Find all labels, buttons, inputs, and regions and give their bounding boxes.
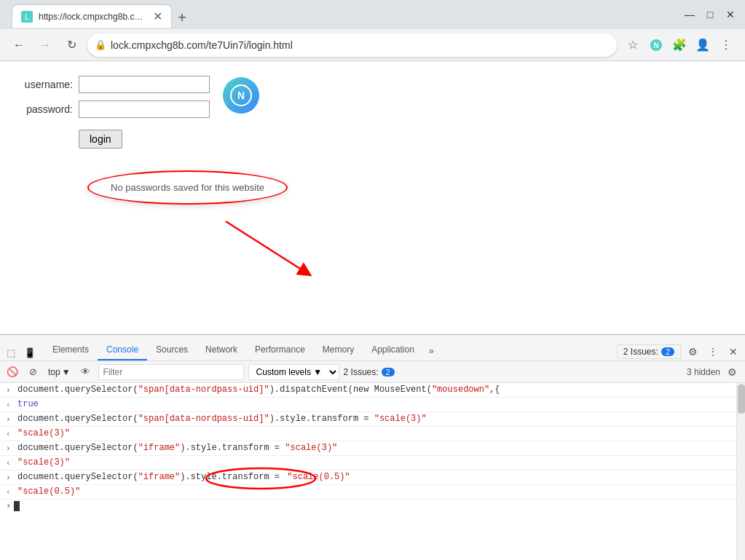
- console-text: "scale(3)": [17, 457, 739, 468]
- username-input[interactable]: [79, 76, 210, 93]
- issues-badge[interactable]: 2 Issues: 2: [617, 344, 681, 359]
- password-input[interactable]: [79, 100, 210, 118]
- tab-favicon: L: [21, 11, 33, 23]
- console-line: › document.querySelector("iframe").style…: [0, 470, 745, 485]
- tab-title: https://lock.cmpxchg8b.com/te...: [39, 12, 147, 22]
- input-arrow: ›: [6, 444, 13, 453]
- devtools-right-controls: 2 Issues: 2 ⚙ ⋮ ✕: [617, 343, 742, 360]
- lock-icon: 🔒: [95, 39, 106, 50]
- forward-button[interactable]: →: [35, 35, 55, 55]
- devtools-panel: ⬚ 📱 Elements Console Sources Network Per…: [0, 334, 745, 560]
- devtools-body: › document.querySelector("span[data-nord…: [0, 383, 745, 560]
- console-input-line[interactable]: ›: [0, 500, 745, 513]
- tab-bar: L https://lock.cmpxchg8b.com/te... ✕ +: [6, 1, 198, 28]
- console-text: document.querySelector("iframe").style.t…: [17, 443, 739, 453]
- issues-info: 2 Issues: 2: [344, 367, 395, 377]
- console-line: ‹ "scale(3)": [0, 427, 745, 441]
- back-button[interactable]: ←: [9, 35, 29, 55]
- devtools-settings-button[interactable]: ⚙: [684, 343, 701, 360]
- tab-more[interactable]: »: [423, 342, 440, 360]
- console-cursor: [14, 501, 20, 511]
- hidden-count-label: 3 hidden: [687, 367, 720, 377]
- console-prompt: ›: [6, 501, 11, 511]
- console-text: "scale(0.5)": [17, 486, 739, 497]
- hidden-count: 3 hidden ⚙: [687, 363, 741, 381]
- reload-button[interactable]: ↻: [61, 35, 82, 55]
- username-row: username: N: [22, 76, 723, 93]
- password-popup: No passwords saved for this website: [87, 170, 288, 205]
- console-text: true: [17, 399, 739, 409]
- devtools-inspect-button[interactable]: ⬚: [3, 344, 19, 360]
- title-bar: L https://lock.cmpxchg8b.com/te... ✕ + —…: [0, 0, 745, 29]
- input-arrow: ›: [6, 386, 13, 395]
- tab-console[interactable]: Console: [98, 340, 147, 360]
- svg-text:L: L: [25, 13, 29, 21]
- console-line: ‹ "scale(0.5)": [0, 485, 745, 500]
- extensions-button[interactable]: 🧩: [669, 35, 690, 55]
- page-content: username: N password: login No passwords…: [0, 61, 745, 560]
- console-text: document.querySelector("span[data-nordpa…: [17, 414, 739, 424]
- tab-application[interactable]: Application: [363, 340, 423, 360]
- devtools-more-button[interactable]: ⋮: [704, 343, 722, 360]
- console-line: › document.querySelector("span[data-nord…: [0, 383, 745, 398]
- tab-sources[interactable]: Sources: [147, 340, 197, 360]
- context-arrow: ▼: [62, 367, 71, 377]
- tab-performance[interactable]: Performance: [246, 340, 314, 360]
- context-selector[interactable]: top ▼: [45, 366, 74, 379]
- console-line: ‹ "scale(3)": [0, 456, 745, 470]
- maximize-button[interactable]: □: [701, 6, 719, 23]
- eye-button[interactable]: 👁: [78, 364, 94, 380]
- console-line: › document.querySelector("span[data-nord…: [0, 412, 745, 427]
- output-arrow: ‹: [6, 401, 13, 409]
- context-label: top: [48, 367, 60, 377]
- output-arrow: ‹: [6, 430, 13, 438]
- active-tab[interactable]: L https://lock.cmpxchg8b.com/te... ✕: [12, 4, 172, 28]
- filter-toggle-button[interactable]: ⊘: [25, 364, 41, 380]
- webpage: username: N password: login No passwords…: [0, 61, 745, 334]
- console-toolbar: 🚫 ⊘ top ▼ 👁 Custom levels ▼ 2 Issues: 2 …: [0, 361, 745, 383]
- clear-console-button[interactable]: 🚫: [4, 364, 20, 380]
- console-text: document.querySelector("span[data-nordpa…: [17, 384, 739, 395]
- username-label: username:: [22, 79, 73, 90]
- output-arrow: ‹: [6, 459, 13, 468]
- devtools-tabs: ⬚ 📱 Elements Console Sources Network Per…: [0, 335, 745, 361]
- input-arrow: ›: [6, 415, 13, 424]
- issues-count-badge: 2: [382, 368, 395, 376]
- tab-elements[interactable]: Elements: [44, 340, 98, 360]
- close-button[interactable]: ✕: [722, 6, 739, 23]
- scrollbar-thumb[interactable]: [738, 384, 745, 414]
- tab-memory[interactable]: Memory: [314, 340, 363, 360]
- issues-count-label: 2 Issues:: [344, 367, 379, 377]
- hidden-settings-button[interactable]: ⚙: [723, 363, 741, 381]
- output-arrow: ‹: [6, 488, 13, 497]
- window-controls: — □ ✕: [681, 6, 739, 23]
- bookmark-button[interactable]: ☆: [623, 35, 643, 55]
- address-input[interactable]: [87, 33, 617, 57]
- profile-button[interactable]: 👤: [693, 35, 713, 55]
- menu-button[interactable]: ⋮: [716, 35, 736, 55]
- console-output[interactable]: › document.querySelector("span[data-nord…: [0, 383, 745, 560]
- issues-label: 2 Issues:: [623, 347, 658, 357]
- custom-levels-select[interactable]: Custom levels ▼: [248, 364, 339, 380]
- filter-input[interactable]: [98, 364, 244, 380]
- svg-text:N: N: [237, 90, 245, 101]
- scrollbar[interactable]: [736, 383, 745, 560]
- tab-close-button[interactable]: ✕: [153, 9, 162, 23]
- devtools-device-button[interactable]: 📱: [22, 344, 38, 360]
- popup-text: No passwords saved for this website: [111, 182, 264, 193]
- address-bar: ← → ↻ 🔒 ☆ N 🧩 👤 ⋮: [0, 29, 745, 61]
- nordpass-icon: N: [223, 77, 259, 114]
- minimize-button[interactable]: —: [681, 6, 698, 23]
- login-button[interactable]: login: [79, 130, 122, 149]
- devtools-close-button[interactable]: ✕: [725, 343, 742, 360]
- console-line: › document.querySelector("iframe").style…: [0, 441, 745, 456]
- new-tab-button[interactable]: +: [172, 7, 192, 28]
- password-label: password:: [22, 103, 73, 115]
- issues-count: 2: [661, 347, 674, 356]
- console-text: document.querySelector("iframe").style.t…: [17, 472, 739, 482]
- tab-network[interactable]: Network: [197, 340, 246, 360]
- toolbar-icons: ☆ N 🧩 👤 ⋮: [623, 35, 736, 55]
- chrome-window: L https://lock.cmpxchg8b.com/te... ✕ + —…: [0, 0, 745, 560]
- svg-text:N: N: [653, 42, 658, 50]
- nordvpn-button[interactable]: N: [646, 35, 666, 55]
